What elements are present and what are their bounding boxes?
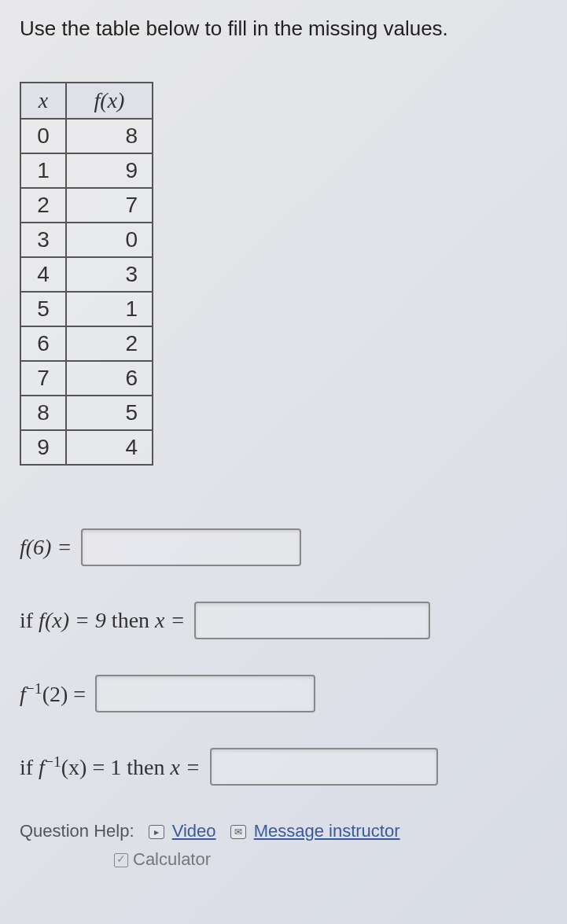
table-row: 85 bbox=[20, 396, 153, 430]
checkbox-icon[interactable] bbox=[114, 853, 128, 867]
table-header-x: x bbox=[20, 83, 66, 119]
q4-input[interactable] bbox=[210, 748, 438, 786]
function-table: x f(x) 08 19 27 30 43 51 62 76 85 94 bbox=[20, 82, 153, 466]
help-label: Question Help: bbox=[20, 821, 134, 841]
cell-fx: 9 bbox=[66, 153, 153, 188]
question-3: f−1(2) = bbox=[20, 675, 547, 712]
cell-x: 8 bbox=[20, 396, 66, 430]
q2-input[interactable] bbox=[194, 602, 430, 639]
table-row: 76 bbox=[20, 361, 153, 396]
cell-x: 5 bbox=[20, 292, 66, 326]
cell-x: 3 bbox=[20, 223, 66, 257]
cell-x: 9 bbox=[20, 430, 66, 465]
calculator-row: Calculator bbox=[20, 849, 547, 870]
cell-x: 6 bbox=[20, 326, 66, 361]
cell-fx: 7 bbox=[66, 188, 153, 223]
question-1: f(6) = bbox=[20, 528, 547, 566]
cell-x: 2 bbox=[20, 188, 66, 223]
video-link[interactable]: Video bbox=[172, 821, 216, 841]
cell-fx: 4 bbox=[66, 430, 153, 465]
calculator-link[interactable]: Calculator bbox=[133, 849, 211, 869]
question-2: if f(x) = 9 then x = bbox=[20, 602, 547, 639]
table-row: 62 bbox=[20, 326, 153, 361]
help-section: Question Help: ▸Video ✉Message instructo… bbox=[20, 821, 547, 870]
cell-fx: 3 bbox=[66, 257, 153, 292]
q3-input[interactable] bbox=[95, 675, 315, 712]
q2-expression: if f(x) = 9 then x = bbox=[20, 608, 185, 633]
q4-expression: if f−1(x) = 1 then x = bbox=[20, 753, 201, 780]
cell-fx: 5 bbox=[66, 396, 153, 430]
table-row: 30 bbox=[20, 223, 153, 257]
video-icon: ▸ bbox=[149, 825, 164, 839]
cell-fx: 6 bbox=[66, 361, 153, 396]
q1-input[interactable] bbox=[81, 528, 301, 566]
cell-fx: 0 bbox=[66, 223, 153, 257]
cell-fx: 8 bbox=[66, 119, 153, 153]
table-row: 43 bbox=[20, 257, 153, 292]
cell-x: 4 bbox=[20, 257, 66, 292]
cell-x: 7 bbox=[20, 361, 66, 396]
table-row: 51 bbox=[20, 292, 153, 326]
cell-x: 1 bbox=[20, 153, 66, 188]
q3-expression: f−1(2) = bbox=[20, 680, 86, 707]
question-4: if f−1(x) = 1 then x = bbox=[20, 748, 547, 786]
table-row: 94 bbox=[20, 430, 153, 465]
table-row: 27 bbox=[20, 188, 153, 223]
cell-fx: 2 bbox=[66, 326, 153, 361]
table-row: 08 bbox=[20, 119, 153, 153]
cell-x: 0 bbox=[20, 119, 66, 153]
message-instructor-link[interactable]: Message instructor bbox=[254, 821, 400, 841]
q1-expression: f(6) = bbox=[20, 535, 72, 560]
prompt-text: Use the table below to fill in the missi… bbox=[20, 16, 547, 42]
table-header-fx: f(x) bbox=[66, 83, 153, 119]
message-icon: ✉ bbox=[230, 825, 246, 839]
cell-fx: 1 bbox=[66, 292, 153, 326]
table-row: 19 bbox=[20, 153, 153, 188]
